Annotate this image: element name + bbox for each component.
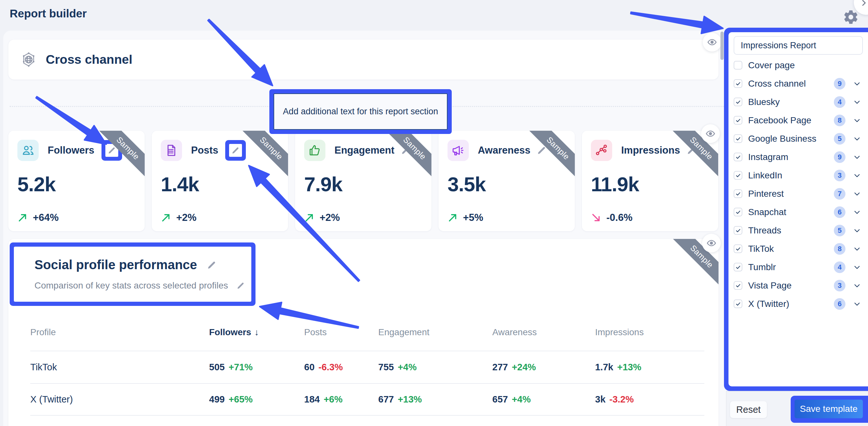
- trend-up-arrow-icon: [304, 212, 314, 223]
- metric-trend: +64%: [18, 212, 136, 224]
- toggle-visibility-eye-icon[interactable]: [703, 33, 721, 52]
- section-checkbox[interactable]: [734, 116, 742, 125]
- section-label: Instagram: [748, 152, 834, 162]
- cell-value: 60: [304, 362, 314, 372]
- toggle-visibility-eye-icon[interactable]: [702, 234, 721, 253]
- add-section-text-button[interactable]: Add additional text for this report sect…: [274, 93, 447, 130]
- section-checkbox[interactable]: [734, 281, 742, 290]
- section-label: Facebook Page: [748, 115, 834, 126]
- chevron-down-icon[interactable]: [853, 117, 861, 124]
- profile-comparison-table: ProfileFollowers↓PostsEngagementAwarenes…: [30, 324, 704, 416]
- settings-gear-icon[interactable]: [843, 9, 859, 25]
- sidebar-section-x-twitter-[interactable]: X (Twitter) 6: [734, 295, 863, 313]
- chevron-down-icon[interactable]: [853, 282, 861, 290]
- section-checkbox[interactable]: [734, 244, 742, 253]
- chevron-down-icon[interactable]: [853, 135, 861, 143]
- sidebar-section-cover-page[interactable]: Cover page: [734, 56, 863, 74]
- section-checkbox[interactable]: [734, 153, 742, 161]
- toggle-visibility-eye-icon[interactable]: [701, 124, 720, 143]
- trend-up-arrow-icon: [447, 212, 458, 223]
- sidebar-section-threads[interactable]: Threads 5: [734, 221, 863, 239]
- chevron-down-icon[interactable]: [853, 153, 861, 161]
- sidebar-section-linkedin[interactable]: LinkedIn 3: [734, 166, 863, 185]
- awareness-megaphone-icon: [452, 143, 465, 157]
- chevron-down-icon[interactable]: [853, 80, 861, 88]
- metric-card: Sample Followers 5.2k +64%: [8, 131, 145, 231]
- sidebar-section-cross-channel[interactable]: Cross channel 9: [734, 74, 863, 93]
- annotation-box-edit-pencil: [101, 140, 122, 161]
- column-header-posts[interactable]: Posts: [304, 327, 378, 337]
- section-checkbox[interactable]: [734, 263, 742, 271]
- table-row-tiktok: TikTok505+71%60-6.3%755+4%277+24%1.7k+13…: [30, 351, 704, 383]
- chevron-down-icon[interactable]: [853, 227, 861, 234]
- section-checkbox[interactable]: [734, 98, 742, 106]
- cell-change: +65%: [228, 394, 253, 405]
- metric-label: Impressions: [621, 144, 680, 156]
- sidebar-section-snapchat[interactable]: Snapchat 6: [734, 203, 863, 221]
- impressions-share-icon: [595, 143, 608, 157]
- section-label: Tumblr: [748, 262, 834, 272]
- reset-button[interactable]: Reset: [730, 401, 767, 418]
- cell-change: +13%: [398, 394, 422, 405]
- metric-change: +2%: [176, 212, 196, 224]
- sidebar-section-tiktok[interactable]: TikTok 8: [734, 239, 863, 258]
- metric-icon-chip: [161, 140, 182, 161]
- sidebar-section-tumblr[interactable]: Tumblr 4: [734, 258, 863, 276]
- column-header-engagement[interactable]: Engagement: [378, 327, 492, 337]
- section-checkbox[interactable]: [734, 171, 742, 180]
- section-checkbox[interactable]: [734, 226, 742, 235]
- sort-descending-icon: ↓: [254, 327, 259, 337]
- edit-title-pencil-icon[interactable]: [207, 260, 217, 270]
- column-header-profile[interactable]: Profile: [30, 327, 209, 337]
- column-header-impressions[interactable]: Impressions: [595, 327, 704, 337]
- section-checkbox[interactable]: [734, 189, 742, 198]
- chevron-down-icon[interactable]: [853, 172, 861, 179]
- metric-value: 11.9k: [591, 173, 709, 196]
- chevron-down-icon[interactable]: [853, 245, 861, 253]
- section-checkbox[interactable]: [734, 61, 742, 70]
- save-template-button[interactable]: Save template: [795, 400, 863, 418]
- section-label: TikTok: [748, 244, 834, 254]
- sidebar-section-facebook-page[interactable]: Facebook Page 8: [734, 111, 863, 129]
- cell-change: +4%: [398, 362, 416, 372]
- edit-metric-pencil-icon[interactable]: [687, 145, 696, 155]
- section-count-badge: 3: [834, 280, 845, 291]
- metric-cell: 1.7k+13%: [595, 362, 704, 372]
- column-header-followers[interactable]: Followers↓: [209, 327, 304, 337]
- edit-metric-pencil-icon[interactable]: [105, 144, 118, 157]
- sidebar-section-bluesky[interactable]: Bluesky 4: [734, 93, 863, 111]
- section-count-badge: 9: [834, 151, 845, 163]
- chevron-down-icon[interactable]: [853, 263, 861, 271]
- edit-metric-pencil-icon[interactable]: [537, 145, 547, 155]
- section-checkbox[interactable]: [734, 208, 742, 217]
- chevron-down-icon[interactable]: [853, 300, 861, 308]
- section-label: X (Twitter): [748, 299, 834, 309]
- cell-change: +13%: [617, 362, 641, 372]
- section-checkbox[interactable]: [734, 134, 742, 143]
- cell-change: +71%: [228, 362, 253, 372]
- sidebar-section-google-business[interactable]: Google Business 5: [734, 129, 863, 148]
- edit-metric-pencil-icon[interactable]: [401, 145, 410, 155]
- edit-metric-pencil-icon[interactable]: [229, 144, 242, 157]
- metric-cell: 755+4%: [378, 362, 492, 372]
- report-sections-panel: Cover page Cross channel 9 Bluesky 4 Fac…: [728, 32, 868, 386]
- section-checkbox[interactable]: [734, 299, 742, 308]
- metric-card: Sample Posts 1.4k +2%: [152, 131, 288, 231]
- social-section-title: Social profile performance: [34, 258, 197, 272]
- sidebar-section-pinterest[interactable]: Pinterest 7: [734, 185, 863, 203]
- sidebar-section-instagram[interactable]: Instagram 9: [734, 148, 863, 166]
- scrollbar-thumb[interactable]: [720, 32, 724, 60]
- cell-change: +24%: [512, 362, 536, 372]
- edit-subtitle-pencil-icon[interactable]: [237, 282, 245, 290]
- chevron-down-icon[interactable]: [853, 208, 861, 216]
- metric-card: Sample Engagement 7.9k +2%: [295, 131, 431, 231]
- metric-cell: 277+24%: [492, 362, 595, 372]
- column-header-awareness[interactable]: Awareness: [492, 327, 595, 337]
- report-name-input[interactable]: [734, 36, 863, 55]
- section-checkbox[interactable]: [734, 79, 742, 88]
- sidebar-section-vista-page[interactable]: Vista Page 3: [734, 276, 863, 295]
- chevron-down-icon[interactable]: [853, 190, 861, 198]
- annotation-box-sidebar: Cover page Cross channel 9 Bluesky 4 Fac…: [724, 28, 868, 391]
- chevron-down-icon[interactable]: [853, 98, 861, 106]
- followers-people-icon: [21, 143, 35, 157]
